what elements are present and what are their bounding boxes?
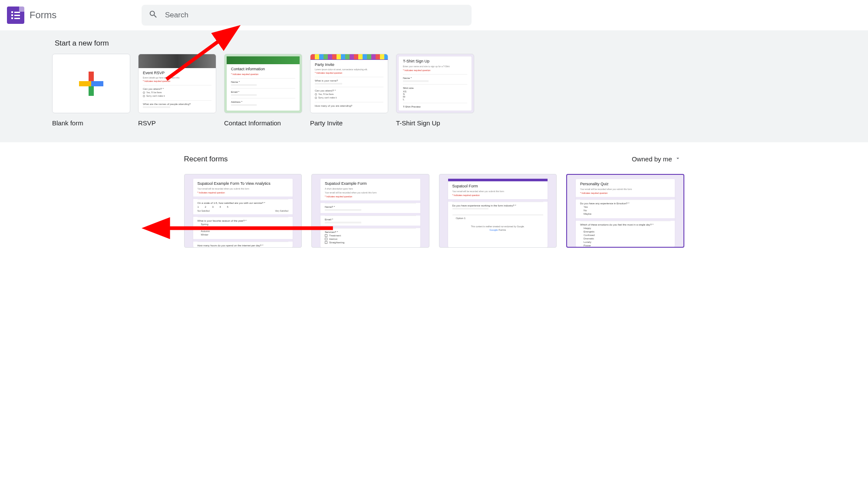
template-tshirt-thumb[interactable]: T-Shirt Sign Up Enter your name and size… xyxy=(396,54,474,113)
template-label: Contact Information xyxy=(224,119,302,127)
app-header: Forms xyxy=(0,0,868,30)
template-blank: Blank form xyxy=(52,54,130,127)
template-rsvp: Event RSVP Event details go here with co… xyxy=(138,54,216,127)
template-label: Blank form xyxy=(52,119,130,127)
search-icon xyxy=(149,10,158,21)
owner-filter-label: Owned by me xyxy=(632,155,672,163)
search-input[interactable] xyxy=(165,11,465,20)
forms-logo-icon[interactable] xyxy=(7,7,24,24)
recent-form-supatool: Supatool Form Your email will be recorde… xyxy=(439,174,557,248)
recent-grid: Supatool Example Form To View Analytics … xyxy=(184,174,684,248)
recent-form-analytics: Supatool Example Form To View Analytics … xyxy=(184,174,302,248)
template-party: Party Invite Lorem ipsum dolor sit amet,… xyxy=(310,54,388,127)
chevron-down-icon xyxy=(675,155,681,163)
gallery-title: Start a new form xyxy=(55,39,868,48)
template-contact-thumb[interactable]: Contact information * Indicates required… xyxy=(224,54,302,113)
template-contact: Contact information * Indicates required… xyxy=(224,54,302,127)
app-title: Forms xyxy=(30,10,56,21)
template-label: RSVP xyxy=(138,119,216,127)
recent-form-supatool-thumb[interactable]: Supatool Form Your email will be recorde… xyxy=(439,174,557,248)
logo-wrap: Forms xyxy=(7,7,142,24)
recent-form-quiz: Personality Quiz Your email will be reco… xyxy=(566,174,684,248)
recent-form-analytics-thumb[interactable]: Supatool Example Form To View Analytics … xyxy=(184,174,302,248)
recent-section: Recent forms Owned by me Supatool Exampl… xyxy=(0,142,868,248)
owner-filter-dropdown[interactable]: Owned by me xyxy=(628,153,684,165)
recent-form-quiz-thumb[interactable]: Personality Quiz Your email will be reco… xyxy=(566,174,684,248)
template-label: T-Shirt Sign Up xyxy=(396,119,474,127)
template-party-thumb[interactable]: Party Invite Lorem ipsum dolor sit amet,… xyxy=(310,54,388,113)
recent-form-example: Supatool Example Form A short descriptio… xyxy=(311,174,429,248)
search-bar[interactable] xyxy=(142,5,472,26)
template-gallery: Start a new form Blank form Event RS xyxy=(0,30,868,142)
template-row: Blank form Event RSVP Event details go h… xyxy=(52,54,868,127)
template-label: Party Invite xyxy=(310,119,388,127)
recent-form-example-thumb[interactable]: Supatool Example Form A short descriptio… xyxy=(311,174,429,248)
template-tshirt: T-Shirt Sign Up Enter your name and size… xyxy=(396,54,474,127)
plus-icon xyxy=(79,72,103,96)
recent-title: Recent forms xyxy=(184,155,228,164)
template-rsvp-thumb[interactable]: Event RSVP Event details go here with co… xyxy=(138,54,216,113)
template-blank-thumb[interactable] xyxy=(52,54,130,113)
